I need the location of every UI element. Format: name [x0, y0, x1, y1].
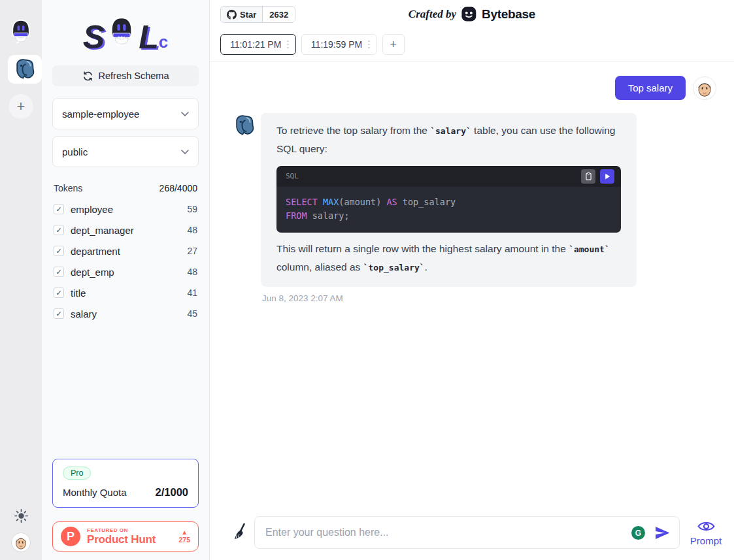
table-row: ✓ employee 59: [52, 199, 199, 220]
theme-toggle-button[interactable]: [14, 509, 28, 523]
assistant-message-bubble: To retrieve the top salary from the `sal…: [261, 113, 637, 287]
composer: G Prompt: [210, 516, 734, 560]
header: Star 2632 Crafted by Bytebase: [210, 0, 734, 61]
prompt-label: Prompt: [690, 535, 722, 546]
logo-band-text: SQL: [113, 35, 131, 40]
inline-code-top-salary: `top_salary`: [363, 263, 425, 272]
table-row: ✓ title 41: [52, 282, 199, 303]
postgres-connection-item[interactable]: [8, 55, 42, 84]
product-hunt-upvotes: ▲ 275: [178, 529, 190, 544]
tokens-label: Tokens: [54, 183, 82, 193]
logo-letter-c: c: [159, 32, 168, 52]
add-connection-button[interactable]: +: [8, 94, 33, 119]
refresh-schema-label: Refresh Schema: [99, 71, 169, 81]
tab-label: 11:19:59 PM: [311, 39, 362, 50]
github-star-button[interactable]: Star 2632: [220, 6, 295, 23]
conversation-tabs: 11:01:21 PM 11:19:59 PM +: [220, 34, 724, 55]
table-checkbox[interactable]: ✓: [54, 204, 64, 214]
product-hunt-badge[interactable]: P FEATURED ON Product Hunt ▲ 275: [52, 521, 199, 552]
tokens-value: 268/4000: [159, 183, 197, 193]
tab-menu-kebab-icon[interactable]: [287, 41, 289, 49]
copy-code-button[interactable]: [581, 169, 595, 184]
table-row: ✓ department 27: [52, 240, 199, 261]
table-token-count: 48: [187, 267, 197, 277]
table-list: ✓ employee 59 ✓ dept_manager 48 ✓ depart…: [52, 199, 199, 324]
table-name: dept_manager: [71, 225, 180, 236]
clipboard-icon: [584, 171, 593, 181]
table-token-count: 27: [187, 246, 197, 256]
schema-select[interactable]: public: [52, 136, 199, 167]
logo-robot-icon: SQL: [107, 12, 136, 52]
eye-icon: [697, 519, 715, 533]
table-checkbox[interactable]: ✓: [54, 267, 64, 277]
grammarly-icon[interactable]: G: [631, 526, 645, 540]
table-row: ✓ dept_emp 48: [52, 261, 199, 282]
main-panel: Star 2632 Crafted by Bytebase: [209, 0, 734, 560]
quota-label: Monthly Quota: [63, 487, 127, 498]
schema-select-value: public: [62, 146, 88, 157]
table-row: ✓ salary 45: [52, 303, 199, 324]
assistant-text-intro: To retrieve the top salary from the `sal…: [276, 122, 621, 158]
conversation-tab-active[interactable]: 11:01:21 PM: [220, 34, 296, 55]
sql-code[interactable]: SELECT MAX(amount) AS top_salaryFROM sal…: [276, 187, 621, 233]
tab-label: 11:01:21 PM: [230, 39, 281, 50]
product-hunt-featured-label: FEATURED ON: [87, 527, 172, 533]
table-token-count: 48: [187, 225, 197, 235]
sqlchat-bot-avatar[interactable]: [8, 18, 33, 44]
user-avatar: [693, 76, 716, 100]
table-checkbox[interactable]: ✓: [54, 288, 64, 298]
github-icon: [227, 10, 237, 20]
table-checkbox[interactable]: ✓: [54, 246, 64, 256]
chat-area: Top salary To retrieve the top salary fr…: [210, 61, 734, 516]
postgres-elephant-icon: [14, 58, 36, 80]
crafted-by-text: Crafted by: [409, 8, 456, 21]
tab-menu-kebab-icon[interactable]: [368, 41, 370, 49]
crafted-by[interactable]: Crafted by Bytebase: [409, 6, 535, 22]
github-star-label: Star: [240, 10, 256, 20]
table-name: employee: [71, 204, 180, 215]
new-conversation-button[interactable]: +: [382, 34, 405, 55]
assistant-message-row: To retrieve the top salary from the `sal…: [233, 113, 716, 287]
connection-rail: +: [0, 0, 42, 560]
inline-code-salary: `salary`: [430, 126, 471, 136]
chevron-down-icon: [181, 150, 189, 154]
table-checkbox[interactable]: ✓: [54, 225, 64, 235]
database-select-value: sample-employee: [62, 108, 139, 120]
account-avatar[interactable]: [11, 533, 31, 552]
pro-badge: Pro: [63, 467, 91, 480]
table-token-count: 59: [187, 204, 197, 214]
bytebase-logo-icon: [461, 6, 477, 22]
table-name: salary: [71, 308, 180, 320]
table-token-count: 45: [187, 308, 197, 319]
question-input[interactable]: [255, 517, 679, 548]
table-checkbox[interactable]: ✓: [54, 308, 64, 319]
sqlchat-logo: S SQL L c: [52, 4, 199, 52]
user-message-bubble: Top salary: [615, 76, 686, 100]
github-star-count: 2632: [263, 7, 295, 22]
product-hunt-name: Product Hunt: [87, 533, 172, 546]
table-token-count: 41: [187, 288, 197, 298]
send-icon: [655, 526, 670, 540]
question-input-wrap: G: [254, 516, 680, 549]
send-button[interactable]: [655, 526, 670, 540]
message-timestamp: Jun 8, 2023 2:07 AM: [262, 293, 716, 303]
sun-icon: [14, 509, 28, 523]
tokens-row: Tokens 268/4000: [54, 183, 197, 193]
code-language-label: SQL: [286, 172, 299, 180]
chevron-down-icon: [181, 112, 189, 116]
conversation-tab[interactable]: 11:19:59 PM: [301, 34, 377, 55]
assistant-text-outro: This will return a single row with the h…: [276, 240, 621, 276]
assistant-avatar-postgres: [233, 114, 256, 137]
table-name: department: [71, 246, 180, 257]
sql-code-block: SQL: [276, 166, 621, 233]
prompt-button[interactable]: Prompt: [686, 519, 726, 546]
logo-letter-s: S: [83, 23, 105, 52]
clear-conversation-button[interactable]: [233, 523, 248, 542]
upvote-triangle-icon: ▲: [181, 529, 188, 536]
logo-letter-l: L: [139, 23, 159, 52]
play-icon: [603, 172, 612, 181]
refresh-icon: [82, 71, 93, 82]
run-query-button[interactable]: [600, 169, 614, 184]
database-select[interactable]: sample-employee: [52, 98, 199, 129]
refresh-schema-button[interactable]: Refresh Schema: [52, 65, 199, 86]
